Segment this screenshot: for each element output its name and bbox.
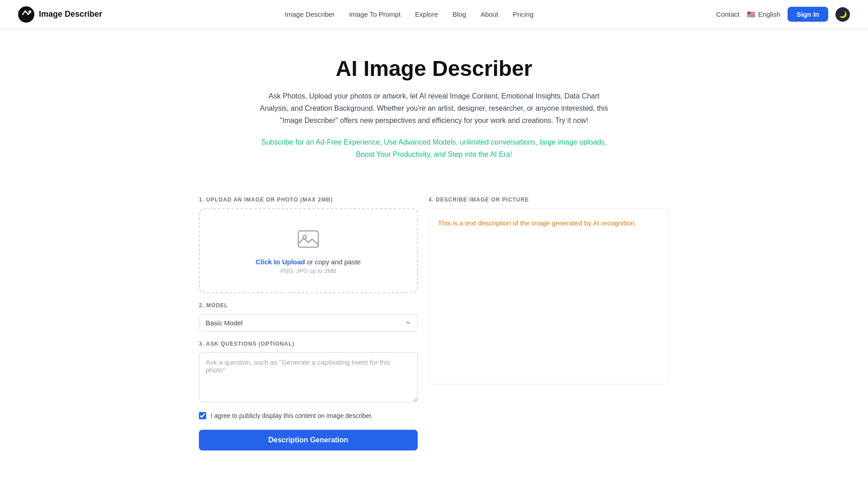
main-content: 1. UPLOAD AN IMAGE OR PHOTO (MAX 2MB) Cl… (181, 197, 687, 450)
model-label: 2. Model (199, 302, 418, 309)
flag-icon: 🇺🇸 (747, 10, 755, 19)
nav-about[interactable]: About (481, 10, 498, 18)
generate-button[interactable]: Description Generation (199, 430, 418, 450)
right-panel: 4. DESCRIBE IMAGE OR PICTURE This is a t… (429, 197, 669, 450)
questions-textarea[interactable] (199, 352, 418, 402)
main-nav: Image Describer Image To Prompt Explore … (285, 10, 533, 18)
page-title: AI Image Describer (18, 56, 850, 81)
nav-explore[interactable]: Explore (415, 10, 438, 18)
logo-icon (18, 6, 34, 23)
hero-section: AI Image Describer Ask Photos, Upload yo… (0, 29, 868, 178)
left-panel: 1. UPLOAD AN IMAGE OR PHOTO (MAX 2MB) Cl… (199, 197, 418, 450)
questions-section: 3. ASK QUESTIONS (OPTIONAL) (199, 341, 418, 404)
navbar-right: Contact 🇺🇸 English Sign In 🌙 (716, 7, 850, 22)
upload-label: 1. UPLOAD AN IMAGE OR PHOTO (MAX 2MB) (199, 197, 418, 203)
model-select[interactable]: Basic Model Advanced Model GPT-4 Vision (199, 314, 418, 332)
hero-cta: Subscribe for an Ad-Free Experience, Use… (258, 136, 610, 160)
moon-icon: 🌙 (839, 11, 847, 18)
language-button[interactable]: 🇺🇸 English (747, 10, 780, 19)
nav-image-to-prompt[interactable]: Image To Prompt (349, 10, 401, 18)
nav-blog[interactable]: Blog (453, 10, 466, 18)
upload-or-text: or copy and paste (305, 258, 361, 266)
svg-point-0 (18, 6, 34, 23)
describe-box: This is a text description of the image … (429, 208, 669, 385)
describe-placeholder-text: This is a text description of the image … (438, 218, 660, 229)
agree-checkbox[interactable] (199, 412, 206, 419)
nav-pricing[interactable]: Pricing (513, 10, 533, 18)
dark-mode-button[interactable]: 🌙 (835, 7, 850, 22)
click-to-upload[interactable]: Click to Upload (256, 258, 305, 266)
hero-description: Ask Photos, Upload your photos or artwor… (258, 90, 610, 127)
navbar: Image Describer Image Describer Image To… (0, 0, 868, 29)
checkbox-label[interactable]: I agree to publicly display this content… (211, 411, 373, 421)
model-section: 2. Model Basic Model Advanced Model GPT-… (199, 302, 418, 332)
checkbox-row: I agree to publicly display this content… (199, 411, 418, 421)
logo-text: Image Describer (39, 9, 102, 19)
upload-hint: PNG, JPG up to 2MB (280, 267, 336, 274)
image-icon (297, 227, 320, 253)
questions-label: 3. ASK QUESTIONS (OPTIONAL) (199, 341, 418, 347)
svg-point-1 (28, 10, 31, 13)
upload-text: Click to Upload or copy and paste (256, 258, 361, 266)
language-label: English (758, 10, 780, 18)
upload-area[interactable]: Click to Upload or copy and paste PNG, J… (199, 208, 418, 293)
logo[interactable]: Image Describer (18, 6, 102, 23)
describe-label: 4. DESCRIBE IMAGE OR PICTURE (429, 197, 669, 203)
upload-section: 1. UPLOAD AN IMAGE OR PHOTO (MAX 2MB) Cl… (199, 197, 418, 293)
sign-in-button[interactable]: Sign In (788, 7, 828, 22)
contact-link[interactable]: Contact (716, 10, 740, 18)
nav-image-describer[interactable]: Image Describer (285, 10, 335, 18)
cta-text: Subscribe for an Ad-Free Experience, Use… (261, 138, 607, 158)
svg-rect-2 (298, 231, 318, 247)
